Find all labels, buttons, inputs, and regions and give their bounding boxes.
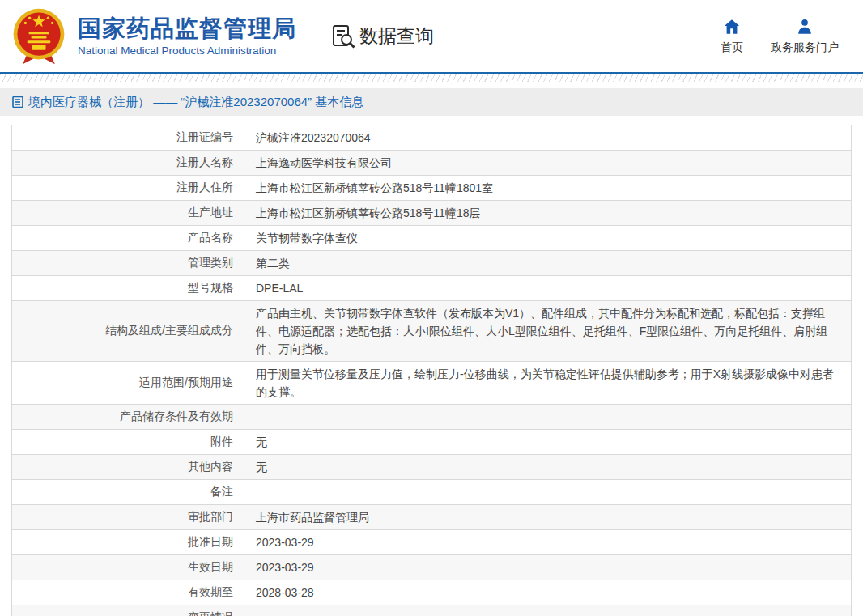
row-label: 备注 [12,480,244,505]
row-label: 型号规格 [12,276,244,301]
row-value [244,605,852,616]
info-table-body: 注册证编号沪械注准20232070064注册人名称上海逸动医学科技有限公司注册人… [12,125,852,616]
row-value: 产品由主机、关节韧带数字体查软件（发布版本为V1）、配件组成，其中配件分为标配和… [244,301,852,362]
table-row: 附件无 [12,430,852,455]
table-row: 变更情况 [12,605,852,616]
table-row: 备注 [12,480,852,505]
row-label: 生效日期 [12,555,244,580]
row-value: 无 [244,455,852,480]
site-title: 国家药品监督管理局 [78,15,296,42]
row-value: 2023-03-29 [244,530,852,555]
data-query-link[interactable]: 数据查询 [330,23,434,49]
row-value: 上海市松江区新桥镇莘砖公路518号11幢1801室 [244,176,852,201]
nav-portal[interactable]: 政务服务门户 [771,18,839,55]
site-subtitle: National Medical Products Administration [78,45,296,57]
row-value: 沪械注准20232070064 [244,125,852,151]
row-value: 无 [244,430,852,455]
row-label: 注册证编号 [12,125,244,151]
top-nav: 首页 政务服务门户 [721,18,863,55]
table-row: 注册人名称上海逸动医学科技有限公司 [12,151,852,176]
row-label: 管理类别 [12,251,244,276]
breadcrumb: 境内医疗器械（注册） —— “沪械注准20232070064” 基本信息 [0,88,863,116]
row-value: 关节韧带数字体查仪 [244,226,852,251]
table-row: 产品名称关节韧带数字体查仪 [12,226,852,251]
nav-portal-label: 政务服务门户 [771,40,839,55]
row-value: 上海逸动医学科技有限公司 [244,151,852,176]
row-label: 生产地址 [12,201,244,226]
table-row: 批准日期2023-03-29 [12,530,852,555]
row-value [244,405,852,430]
site-header: 国家药品监督管理局 National Medical Products Admi… [0,0,863,74]
row-label: 有效期至 [12,580,244,605]
row-label: 注册人住所 [12,176,244,201]
table-row: 型号规格DPE-LAL [12,276,852,301]
table-row: 审批部门上海市药品监督管理局 [12,505,852,530]
table-row: 生产地址上海市松江区新桥镇莘砖公路518号11幢18层 [12,201,852,226]
row-value [244,480,852,505]
document-search-icon [330,23,356,49]
row-label: 审批部门 [12,505,244,530]
registration-info-table: 注册证编号沪械注准20232070064注册人名称上海逸动医学科技有限公司注册人… [11,125,852,616]
row-value: 用于测量关节位移量及压力值，绘制压力-位移曲线，为关节稳定性评估提供辅助参考；用… [244,362,852,405]
table-row: 结构及组成/主要组成成分产品由主机、关节韧带数字体查软件（发布版本为V1）、配件… [12,301,852,362]
row-value: 第二类 [244,251,852,276]
table-row: 有效期至2028-03-28 [12,580,852,605]
row-label: 产品储存条件及有效期 [12,405,244,430]
national-emblem-logo[interactable] [8,5,70,68]
nav-home[interactable]: 首页 [721,18,743,55]
row-value: 上海市药品监督管理局 [244,505,852,530]
row-label: 结构及组成/主要组成成分 [12,301,244,362]
row-label: 批准日期 [12,530,244,555]
breadcrumb-text: 境内医疗器械（注册） —— “沪械注准20232070064” 基本信息 [28,95,363,110]
row-label: 注册人名称 [12,151,244,176]
brand-block: 国家药品监督管理局 National Medical Products Admi… [78,15,296,56]
table-row: 其他内容无 [12,455,852,480]
user-icon [796,18,814,36]
row-label: 适用范围/预期用途 [12,362,244,405]
table-row: 生效日期2023-03-29 [12,555,852,580]
row-label: 变更情况 [12,605,244,616]
table-row: 注册人住所上海市松江区新桥镇莘砖公路518号11幢1801室 [12,176,852,201]
row-value: DPE-LAL [244,276,852,301]
row-label: 产品名称 [12,226,244,251]
table-row: 产品储存条件及有效期 [12,405,852,430]
row-value: 上海市松江区新桥镇莘砖公路518号11幢18层 [244,201,852,226]
table-row: 管理类别第二类 [12,251,852,276]
row-value: 2028-03-28 [244,580,852,605]
table-row: 适用范围/预期用途用于测量关节位移量及压力值，绘制压力-位移曲线，为关节稳定性评… [12,362,852,405]
row-value: 2023-03-29 [244,555,852,580]
decorative-stripe-band [0,74,863,82]
nav-home-label: 首页 [721,40,743,55]
data-query-label: 数据查询 [359,23,434,49]
row-label: 其他内容 [12,455,244,480]
document-list-icon [11,96,24,108]
row-label: 附件 [12,430,244,455]
table-row: 注册证编号沪械注准20232070064 [12,125,852,151]
home-icon [723,18,741,36]
